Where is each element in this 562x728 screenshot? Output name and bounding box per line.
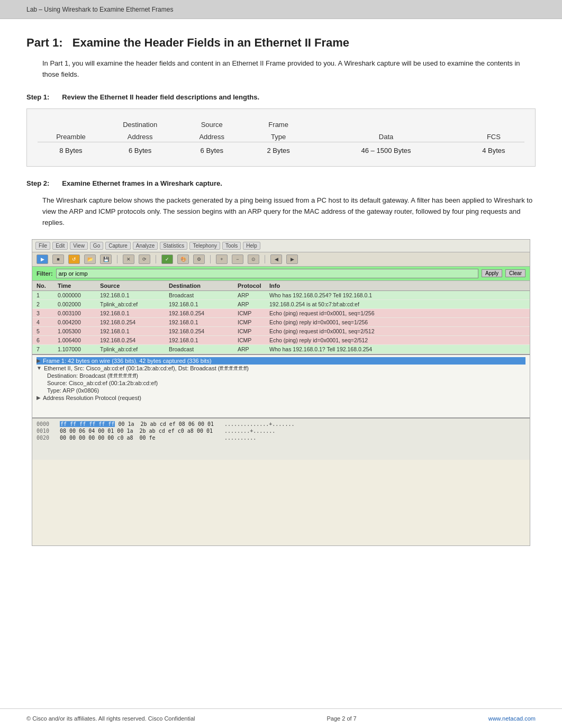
packet-row-4[interactable]: 4 0.004200 192.168.0.254 192.168.0.1 ICM… [32,318,530,327]
icon-filter-apply[interactable]: ✓ [161,254,173,264]
pkt4-time: 0.004200 [56,319,98,326]
hex-row-0000: 0000 ff ff ff ff ff ff 00 1a 2b ab cd ef… [37,421,214,427]
col-header-info: Info [267,282,528,289]
ascii-row-0020: .......... [224,434,294,441]
ascii-column: ..............+....... ........+....... … [224,421,294,458]
menu-statistics[interactable]: Statistics [160,242,187,250]
hex-row-0020: 0020 00 00 00 00 00 00 c0 a8 00 fe [37,434,214,441]
col-fcs-h1 [463,117,524,130]
packet-list-header: No. Time Source Destination Protocol Inf… [32,281,530,291]
pkt7-src: Tplink_ab:cd:ef [98,345,167,353]
footer-page: Page 2 of 7 [327,715,356,722]
icon-close-capture[interactable]: ✕ [123,254,134,264]
packet-row-2[interactable]: 2 0.002000 Tplink_ab:cd:ef 192.168.0.1 A… [32,300,530,309]
footer-website: www.netacad.com [488,715,536,722]
col-fcs-h2: FCS [463,130,524,142]
pkt7-time: 1.107000 [56,345,98,353]
packet-row-6[interactable]: 6 1.006400 192.168.0.254 192.168.0.1 ICM… [32,336,530,345]
val-preamble: 8 Bytes [38,142,104,158]
icon-forward[interactable]: ▶ [286,254,298,264]
detail-row-eth[interactable]: ▼ Ethernet II, Src: Cisco_ab:cd:ef (00:1… [37,365,525,372]
pkt1-time: 0.000000 [56,292,98,299]
pkt5-time: 1.005300 [56,327,98,335]
icon-open-capture[interactable]: 📂 [84,254,96,264]
menu-capture[interactable]: Capture [105,242,131,250]
table-value-row: 8 Bytes 6 Bytes 6 Bytes 2 Bytes 46 – 150… [38,142,524,158]
icon-save-capture[interactable]: 💾 [100,254,112,264]
packet-detail-panel: ▶ Frame 1: 42 bytes on wire (336 bits), … [32,354,530,417]
pkt2-info: 192.168.0.254 is at 50:c7:bf:ab:cd:ef [267,301,528,308]
icon-zoom-in[interactable]: + [216,254,228,264]
step2-header: Step 2: Examine Ethernet frames in a Wir… [26,179,536,187]
packet-row-5[interactable]: 5 1.005300 192.168.0.1 192.168.0.254 ICM… [32,327,530,336]
packet-row-1[interactable]: 1 0.000000 192.168.0.1 Broadcast ARP Who… [32,291,530,300]
menu-help[interactable]: Help [243,242,260,250]
menu-tools[interactable]: Tools [222,242,241,250]
header-title: Lab – Using Wireshark to Examine Etherne… [26,6,173,13]
pkt3-src: 192.168.0.1 [98,310,167,317]
menu-go[interactable]: Go [90,242,103,250]
expand-icon-frame[interactable]: ▶ [37,358,41,363]
expand-icon-arp[interactable]: ▶ [37,395,41,401]
intro-paragraph: In Part 1, you will examine the header f… [42,58,536,80]
filter-clear-button[interactable]: Clear [505,269,525,277]
menu-edit[interactable]: Edit [52,242,68,250]
icon-back[interactable]: ◀ [270,254,282,264]
pkt6-info: Echo (ping) reply id=0x0001, seq=2/512 [267,336,528,344]
menu-analyze[interactable]: Analyze [133,242,158,250]
step2-label: Step 2: [26,179,49,187]
menu-telephony[interactable]: Telephony [189,242,220,250]
ethernet-table-container: Destination Source Frame Preamble Addres… [26,108,536,167]
detail-row-frame[interactable]: ▶ Frame 1: 42 bytes on wire (336 bits), … [37,357,525,365]
pkt1-src: 192.168.0.1 [98,292,167,299]
hex-row-0010: 0010 08 00 06 04 00 01 00 1a 2b ab cd ef… [37,427,214,434]
detail-src-text: Source: Cisco_ab:cd:ef (00:1a:2b:ab:cd:e… [47,380,158,386]
wireshark-filter-bar: Filter: Apply Clear [32,267,530,281]
hex-bytes-0000: ff ff ff ff ff ff 00 1a 2b ab cd ef 08 0… [60,421,214,427]
ascii-row-0000: ..............+....... [224,421,294,427]
step1-description: Review the Ethernet II header field desc… [62,93,259,101]
detail-row-dst[interactable]: Destination: Broadcast (ff:ff:ff:ff:ff:f… [37,372,525,379]
hex-column: 0000 ff ff ff ff ff ff 00 1a 2b ab cd ef… [37,421,214,458]
icon-start-capture[interactable]: ▶ [37,254,48,264]
ascii-row-0010: ........+....... [224,427,294,434]
packet-row-3[interactable]: 3 0.003100 192.168.0.1 192.168.0.254 ICM… [32,309,530,318]
part-title: Part 1: Examine the Header Fields in an … [26,36,536,50]
detail-row-src[interactable]: Source: Cisco_ab:cd:ef (00:1a:2b:ab:cd:e… [37,379,525,387]
icon-zoom-out[interactable]: − [232,254,243,264]
detail-row-type[interactable]: Type: ARP (0x0806) [37,387,525,394]
table-header-row2: Preamble Address Address Type Data FCS [38,130,524,142]
menu-file[interactable]: File [35,242,50,250]
val-src: 6 Bytes [176,142,248,158]
ascii-0010: ........+....... [224,428,275,434]
icon-restart-capture[interactable]: ↺ [68,254,80,264]
icon-preferences[interactable]: ⚙ [193,254,205,264]
icon-reload[interactable]: ⟳ [139,254,150,264]
header-bar: Lab – Using Wireshark to Examine Etherne… [0,0,562,19]
detail-row-arp[interactable]: ▶ Address Resolution Protocol (request) [37,394,525,402]
wireshark-iconbar: ▶ ■ ↺ 📂 💾 ✕ ⟳ ✓ 🎨 ⚙ + − ⊙ ◀ ▶ [32,252,530,267]
pkt3-no: 3 [34,310,56,317]
col-preamble-h2: Preamble [38,130,104,142]
pkt3-proto: ICMP [235,310,267,317]
col-type-h2: Type [248,130,309,142]
filter-apply-button[interactable]: Apply [482,269,502,277]
pkt2-src: Tplink_ab:cd:ef [98,301,167,308]
pkt3-info: Echo (ping) request id=0x0001, seq=1/256 [267,310,528,317]
filter-input[interactable] [56,269,479,278]
icon-stop-capture[interactable]: ■ [52,254,64,264]
icon-color-rules[interactable]: 🎨 [177,254,189,264]
pkt7-info: Who has 192.168.0.1? Tell 192.168.0.254 [267,345,528,353]
pkt6-src: 192.168.0.254 [98,336,167,344]
step1-header: Step 1: Review the Ethernet II header fi… [26,93,536,101]
menu-view[interactable]: View [70,242,88,250]
packet-row-7[interactable]: 7 1.107000 Tplink_ab:cd:ef Broadcast ARP… [32,345,530,354]
icon-zoom-normal[interactable]: ⊙ [248,254,259,264]
pkt3-dst: 192.168.0.254 [167,310,235,317]
col-dest-h2: Address [104,130,176,142]
pkt4-info: Echo (ping) reply id=0x0001, seq=1/256 [267,319,528,326]
expand-icon-eth[interactable]: ▼ [37,365,42,371]
hex-bytes-0010: 08 00 06 04 00 01 00 1a 2b ab cd ef c0 a… [60,428,214,434]
detail-arp-text: Address Resolution Protocol (request) [43,395,141,401]
iconbar-sep4 [265,255,265,263]
